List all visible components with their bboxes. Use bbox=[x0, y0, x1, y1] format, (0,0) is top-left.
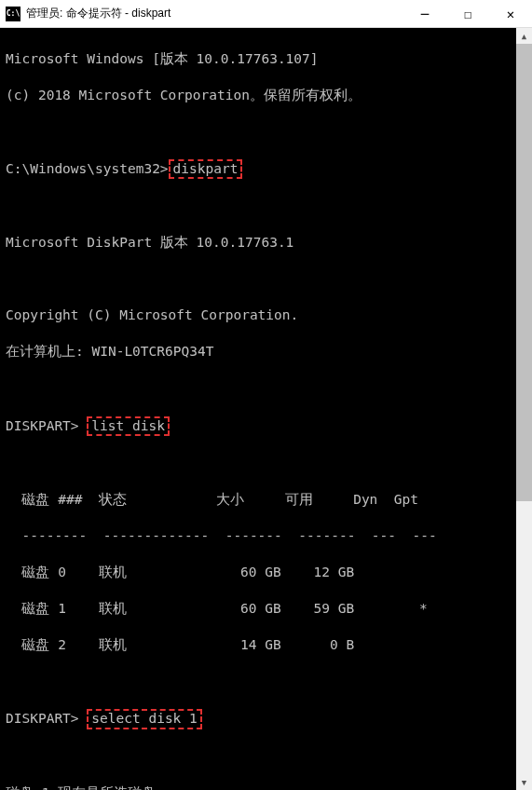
cmd-diskpart: diskpart bbox=[169, 159, 243, 179]
copyright-line: (c) 2018 Microsoft Corporation。保留所有权利。 bbox=[6, 87, 526, 105]
prompt-line: C:\Windows\system32>diskpart bbox=[6, 159, 526, 179]
scrollbar-down-arrow[interactable]: ▼ bbox=[516, 774, 532, 790]
command-prompt-window: C:\ 管理员: 命令提示符 - diskpart ─ ☐ ✕ Microsof… bbox=[0, 0, 532, 790]
table-header: 磁盘 ### 状态 大小 可用 Dyn Gpt bbox=[6, 491, 526, 510]
version-line: Microsoft Windows [版本 10.0.17763.107] bbox=[6, 50, 526, 69]
diskpart-copyright: Copyright (C) Microsoft Corporation. bbox=[6, 306, 526, 325]
vertical-scrollbar[interactable]: ▲ ▼ bbox=[516, 28, 532, 790]
window-controls: ─ ☐ ✕ bbox=[403, 0, 532, 28]
close-button[interactable]: ✕ bbox=[489, 0, 532, 28]
scrollbar-up-arrow[interactable]: ▲ bbox=[516, 28, 532, 44]
minimize-button[interactable]: ─ bbox=[403, 0, 446, 28]
window-title: 管理员: 命令提示符 - diskpart bbox=[26, 6, 403, 21]
titlebar[interactable]: C:\ 管理员: 命令提示符 - diskpart ─ ☐ ✕ bbox=[0, 0, 532, 28]
table-row: 磁盘 1 联机 60 GB 59 GB * bbox=[6, 600, 526, 619]
terminal-output[interactable]: Microsoft Windows [版本 10.0.17763.107] (c… bbox=[0, 28, 532, 790]
prompt-line: DISKPART> select disk 1 bbox=[6, 709, 526, 729]
table-row: 磁盘 0 联机 60 GB 12 GB bbox=[6, 564, 526, 582]
result-line: 磁盘 1 现在是所选磁盘。 bbox=[6, 784, 526, 790]
table-row: 磁盘 2 联机 14 GB 0 B bbox=[6, 636, 526, 655]
diskpart-version: Microsoft DiskPart 版本 10.0.17763.1 bbox=[6, 234, 526, 252]
cmd-select-disk: select disk 1 bbox=[87, 709, 202, 729]
cmd-list-disk: list disk bbox=[87, 416, 170, 436]
app-icon: C:\ bbox=[6, 7, 20, 21]
computer-name: 在计算机上: WIN-L0TCR6PQ34T bbox=[6, 343, 526, 361]
prompt-line: DISKPART> list disk bbox=[6, 416, 526, 436]
table-divider: -------- ------------- ------- ------- -… bbox=[6, 527, 526, 546]
maximize-button[interactable]: ☐ bbox=[446, 0, 489, 28]
scrollbar-thumb[interactable] bbox=[516, 44, 532, 501]
